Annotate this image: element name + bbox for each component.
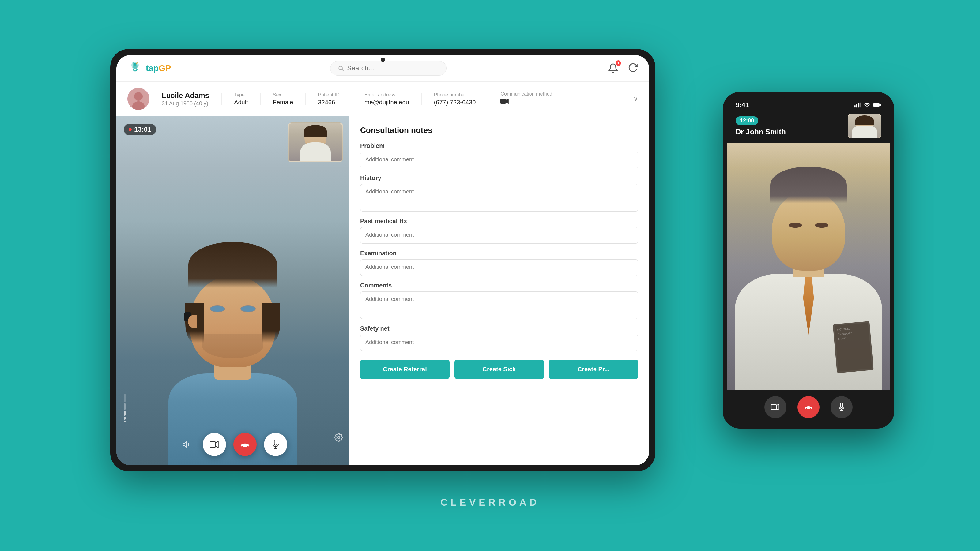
examination-label: Examination <box>360 250 638 257</box>
scene-container: tapGP 1 <box>61 30 919 520</box>
svg-marker-11 <box>506 99 509 104</box>
end-call-button[interactable] <box>233 433 257 456</box>
video-controls <box>116 433 349 456</box>
notification-button[interactable]: 1 <box>606 61 620 76</box>
patient-id-label: Patient ID <box>318 92 339 98</box>
search-bar[interactable] <box>330 61 447 76</box>
brand-text: CLEVERROAD <box>441 497 539 508</box>
search-icon <box>338 65 344 71</box>
notification-badge: 1 <box>616 60 621 66</box>
examination-input[interactable] <box>360 259 638 276</box>
svg-marker-12 <box>183 442 186 447</box>
video-area: 13:01 <box>116 116 349 465</box>
phone-doctor-name: Dr John Smith <box>736 128 786 136</box>
phone-microphone-button[interactable] <box>830 396 853 418</box>
tablet-main: 13:01 <box>116 116 649 465</box>
camera-button[interactable] <box>203 433 226 456</box>
patient-email-field: Email address me@dujitne.edu <box>364 92 409 106</box>
phone-call-info: 12:00 Dr John Smith <box>727 111 890 143</box>
phone-label: Phone number <box>434 92 476 98</box>
svg-rect-29 <box>840 403 843 408</box>
action-buttons: Create Referral Create Sick Create Pr... <box>360 360 638 379</box>
svg-line-6 <box>342 70 344 71</box>
svg-rect-19 <box>854 105 856 108</box>
patient-avatar <box>127 88 150 110</box>
svg-marker-14 <box>216 441 218 448</box>
settings-button[interactable] <box>334 433 343 444</box>
comments-input[interactable] <box>360 291 638 319</box>
patient-id-value: 32466 <box>318 99 339 106</box>
svg-point-18 <box>338 437 340 439</box>
volume-button[interactable] <box>178 436 196 453</box>
safety-net-input[interactable] <box>360 335 638 351</box>
create-referral-button[interactable]: Create Referral <box>360 360 450 379</box>
svg-point-23 <box>866 106 868 108</box>
svg-point-2 <box>134 63 136 65</box>
sex-value: Female <box>273 99 293 106</box>
svg-marker-28 <box>776 404 779 410</box>
history-label: History <box>360 175 638 181</box>
refresh-icon <box>628 62 638 73</box>
sex-label: Sex <box>273 92 293 98</box>
comm-value <box>500 98 552 106</box>
svg-rect-20 <box>856 104 858 108</box>
notes-field-examination: Examination <box>360 250 638 276</box>
type-value: Adult <box>234 99 248 106</box>
create-sick-button[interactable]: Create Sick <box>455 360 544 379</box>
video-pip <box>288 122 343 162</box>
logo-gp: GP <box>159 64 171 73</box>
divider-4 <box>352 93 352 105</box>
expand-button[interactable]: ∨ <box>633 95 638 103</box>
patient-name-block: Lucile Adams 31 Aug 1980 (40 y) <box>162 91 209 107</box>
email-label: Email address <box>364 92 409 98</box>
phone-status-icons <box>854 102 881 108</box>
patient-info-bar: Lucile Adams 31 Aug 1980 (40 y) Type Adu… <box>116 82 649 116</box>
logo-text: tapGP <box>146 64 171 73</box>
svg-rect-25 <box>873 103 880 106</box>
phone-end-call-button[interactable] <box>797 396 819 418</box>
signal-icon <box>854 102 861 108</box>
refresh-button[interactable] <box>628 62 638 74</box>
wifi-icon <box>864 102 870 108</box>
svg-rect-13 <box>210 442 216 447</box>
notes-title: Consultation notes <box>360 125 638 135</box>
phone-controls <box>727 390 890 424</box>
safety-net-label: Safety net <box>360 325 638 332</box>
past-medical-input[interactable] <box>360 227 638 244</box>
patient-sex-field: Sex Female <box>273 92 293 106</box>
type-label: Type <box>234 92 248 98</box>
logo-tap: tap <box>146 64 159 73</box>
microphone-button[interactable] <box>264 433 287 456</box>
svg-rect-21 <box>858 103 859 108</box>
svg-rect-26 <box>880 104 881 106</box>
svg-rect-27 <box>771 405 776 410</box>
logo-area: tapGP <box>127 60 171 76</box>
patient-dob: 31 Aug 1980 (40 y) <box>162 100 209 107</box>
email-value: me@dujitne.edu <box>364 99 409 106</box>
search-input[interactable] <box>347 64 439 72</box>
phone-device: 9:41 <box>723 92 894 429</box>
create-prescription-button[interactable]: Create Pr... <box>549 360 638 379</box>
patient-comm-field: Communication method <box>500 91 552 106</box>
notes-field-comments: Comments <box>360 282 638 319</box>
notes-field-past-medical: Past medical Hx <box>360 218 638 244</box>
phone-screen: 9:41 <box>727 96 890 424</box>
patient-name: Lucile Adams <box>162 91 209 100</box>
problem-input[interactable] <box>360 152 638 168</box>
notes-area: Consultation notes Problem History Past … <box>349 116 649 465</box>
history-input[interactable] <box>360 184 638 211</box>
phone-timer: 12:00 <box>736 116 758 125</box>
notes-field-safety-net: Safety net <box>360 325 638 351</box>
notes-field-problem: Problem <box>360 142 638 168</box>
svg-rect-10 <box>500 99 506 104</box>
timer-recording-dot <box>129 128 132 131</box>
phone-time: 9:41 <box>736 101 749 109</box>
patient-phone-field: Phone number (677) 723-6430 <box>434 92 476 106</box>
divider-2 <box>260 93 261 105</box>
tablet-device: tapGP 1 <box>110 49 655 472</box>
battery-icon <box>873 103 881 108</box>
phone-camera-button[interactable] <box>764 396 786 418</box>
divider-6 <box>488 93 488 105</box>
past-medical-label: Past medical Hx <box>360 218 638 225</box>
patient-id-field: Patient ID 32466 <box>318 92 339 106</box>
